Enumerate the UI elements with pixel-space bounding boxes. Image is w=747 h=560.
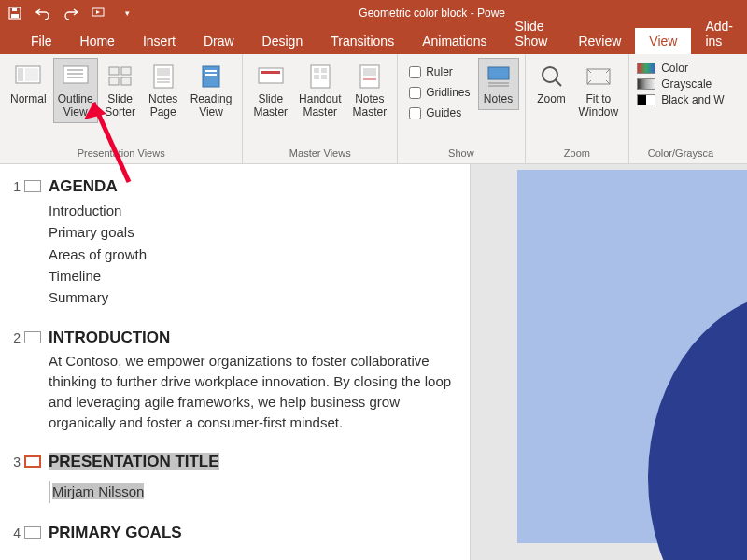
svg-rect-22 [259,68,283,83]
svg-rect-6 [25,68,38,81]
svg-line-36 [556,80,561,86]
svg-rect-30 [363,68,376,76]
svg-rect-11 [109,67,119,75]
tab-insert[interactable]: Insert [129,28,190,54]
title-bar: ▾ Geometric color block - Powe [0,0,747,26]
tab-home[interactable]: Home [66,28,129,54]
zoom-icon [537,62,567,91]
normal-view-icon [13,62,43,91]
normal-view-button[interactable]: Normal [6,58,51,110]
main-area: 1 AGENDA Introduction Primary goals Area… [0,164,747,560]
notes-page-button[interactable]: Notes Page [143,58,184,123]
svg-rect-23 [261,71,280,74]
svg-rect-27 [314,75,319,79]
svg-rect-32 [488,67,509,79]
svg-rect-37 [587,69,610,84]
svg-rect-5 [18,68,23,81]
svg-rect-16 [157,68,170,76]
notes-icon [484,62,514,91]
slide-canvas [517,170,747,543]
svg-rect-19 [203,66,219,87]
slide-thumb-icon [24,455,41,468]
svg-rect-20 [205,70,217,72]
svg-rect-25 [314,68,319,73]
outline-slide-1[interactable]: 1 AGENDA Introduction Primary goals Area… [0,174,470,308]
svg-rect-28 [321,75,327,79]
ribbon: Normal Outline View Slide Sorter Notes P… [0,54,747,164]
notes-button[interactable]: Notes [478,58,519,110]
outline-slide-2[interactable]: 2 INTRODUCTION At Contoso, we empower or… [0,325,470,432]
svg-rect-2 [12,8,17,11]
slide-sorter-button[interactable]: Slide Sorter [100,58,141,123]
tab-design[interactable]: Design [248,28,317,54]
redo-icon[interactable] [63,6,78,21]
gridlines-checkbox[interactable]: Gridlines [405,84,473,101]
svg-rect-12 [121,67,131,75]
ruler-checkbox[interactable]: Ruler [405,63,473,80]
quick-access-toolbar: ▾ [7,6,134,21]
fit-to-window-button[interactable]: Fit to Window [574,58,624,123]
fit-to-window-icon [584,62,613,91]
outline-pane[interactable]: 1 AGENDA Introduction Primary goals Area… [0,164,471,560]
color-mode-button[interactable]: Color [637,62,724,75]
group-color-grayscale: Color Grayscale Black and W Color/Graysc… [629,54,731,163]
guides-checkbox[interactable]: Guides [405,105,473,121]
tab-transitions[interactable]: Transitions [317,28,408,54]
tab-draw[interactable]: Draw [190,28,248,54]
zoom-button[interactable]: Zoom [531,58,572,110]
outline-view-icon [61,62,91,91]
slide-title[interactable]: INTRODUCTION [49,329,460,351]
tab-addins[interactable]: Add-ins [691,13,747,54]
notes-master-button[interactable]: Notes Master [347,58,391,123]
app-title: Geometric color block - Powe [359,7,505,20]
tab-animations[interactable]: Animations [408,28,500,54]
svg-rect-21 [205,74,217,76]
tab-view[interactable]: View [635,28,691,54]
slide-master-button[interactable]: Slide Master [248,58,292,123]
grayscale-mode-button[interactable]: Grayscale [637,77,724,91]
bw-mode-button[interactable]: Black and W [637,93,724,106]
group-presentation-views: Normal Outline View Slide Sorter Notes P… [0,54,243,163]
outline-slide-4[interactable]: 4 PRIMARY GOALS [0,520,470,546]
notes-page-icon [148,62,178,91]
tab-slideshow[interactable]: Slide Show [500,13,564,54]
svg-rect-13 [109,77,119,85]
slide-title[interactable]: PRESENTATION TITLE [49,453,460,475]
svg-rect-1 [11,14,19,18]
slide-thumb-icon [24,180,41,192]
slide-thumb-icon [24,331,41,343]
handout-master-icon [305,62,335,91]
svg-rect-14 [121,77,131,85]
save-icon[interactable] [7,6,22,21]
svg-rect-26 [321,68,327,73]
slide-master-icon [256,62,286,91]
slide-title[interactable]: PRIMARY GOALS [49,524,460,546]
svg-point-35 [543,67,557,82]
qat-dropdown-icon[interactable]: ▾ [120,6,134,21]
slide-preview-pane[interactable] [471,164,747,560]
handout-master-button[interactable]: Handout Master [294,58,345,123]
tab-file[interactable]: File [17,28,66,54]
start-slideshow-icon[interactable] [92,6,106,21]
slide-title[interactable]: AGENDA [49,177,460,200]
ribbon-tabs: File Home Insert Draw Design Transitions… [0,26,747,54]
slide-graphic [648,291,747,560]
outline-view-button[interactable]: Outline View [53,58,98,123]
outline-slide-3[interactable]: 3 PRESENTATION TITLE Mirjam Nilsson [0,449,470,502]
slide-thumb-icon [24,526,41,539]
group-master-views: Slide Master Handout Master Notes Master… [243,54,398,163]
undo-icon[interactable] [35,6,50,21]
notes-master-icon [355,62,385,91]
svg-rect-7 [63,66,88,83]
tab-review[interactable]: Review [564,28,635,54]
reading-view-icon [196,62,226,91]
group-show: Ruler Gridlines Guides Notes Show [398,54,525,163]
reading-view-button[interactable]: Reading View [186,58,237,123]
slide-sorter-icon [106,62,135,91]
group-zoom: Zoom Fit to Window Zoom [526,54,630,163]
